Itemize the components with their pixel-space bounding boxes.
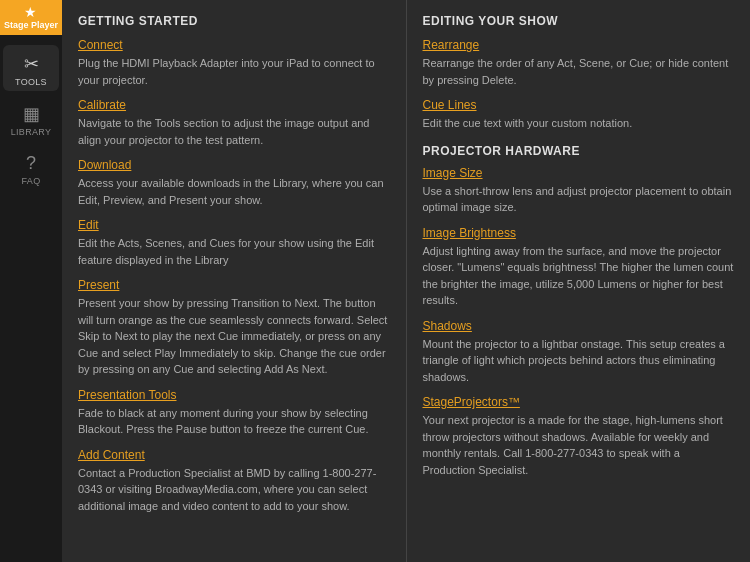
- sidebar: ★ Stage Player ✂ TOOLS ▦ LIBRARY ? FAQ: [0, 0, 62, 562]
- section-presentation-tools-heading[interactable]: Presentation Tools: [78, 388, 390, 402]
- section-rearrange-body: Rearrange the order of any Act, Scene, o…: [423, 55, 735, 88]
- projector-hardware-title: PROJECTOR HARDWARE: [423, 144, 735, 158]
- section-cue-lines-body: Edit the cue text with your custom notat…: [423, 115, 735, 132]
- sidebar-library-label: LIBRARY: [11, 127, 51, 137]
- section-presentation-tools-body: Fade to black at any moment during your …: [78, 405, 390, 438]
- sidebar-faq-label: FAQ: [22, 176, 41, 186]
- sidebar-item-tools[interactable]: ✂ TOOLS: [3, 45, 59, 91]
- section-add-content-heading[interactable]: Add Content: [78, 448, 390, 462]
- section-image-size-heading[interactable]: Image Size: [423, 166, 735, 180]
- main-content: GETTING STARTED Connect Plug the HDMI Pl…: [62, 0, 750, 562]
- sidebar-tools-label: TOOLS: [15, 77, 47, 87]
- section-stageprojectors-heading[interactable]: StageProjectors™: [423, 395, 735, 409]
- section-add-content-body: Contact a Production Specialist at BMD b…: [78, 465, 390, 515]
- section-calibrate-heading[interactable]: Calibrate: [78, 98, 390, 112]
- section-rearrange-heading[interactable]: Rearrange: [423, 38, 735, 52]
- app-name: Stage Player: [4, 20, 58, 31]
- section-cue-lines-heading[interactable]: Cue Lines: [423, 98, 735, 112]
- section-calibrate-body: Navigate to the Tools section to adjust …: [78, 115, 390, 148]
- sidebar-item-library[interactable]: ▦ LIBRARY: [3, 95, 59, 141]
- scissors-icon: ✂: [24, 53, 39, 75]
- section-edit-heading[interactable]: Edit: [78, 218, 390, 232]
- section-present-body: Present your show by pressing Transition…: [78, 295, 390, 378]
- left-panel: GETTING STARTED Connect Plug the HDMI Pl…: [62, 0, 407, 562]
- section-shadows-heading[interactable]: Shadows: [423, 319, 735, 333]
- faq-icon: ?: [26, 153, 36, 174]
- star-icon: ★: [24, 4, 37, 20]
- section-connect-body: Plug the HDMI Playback Adapter into your…: [78, 55, 390, 88]
- left-panel-title: GETTING STARTED: [78, 14, 390, 28]
- section-stageprojectors-body: Your next projector is a made for the st…: [423, 412, 735, 478]
- section-image-brightness-body: Adjust lighting away from the surface, a…: [423, 243, 735, 309]
- section-download-body: Access your available downloads in the L…: [78, 175, 390, 208]
- sidebar-item-faq[interactable]: ? FAQ: [3, 145, 59, 190]
- section-download-heading[interactable]: Download: [78, 158, 390, 172]
- section-image-size-body: Use a short-throw lens and adjust projec…: [423, 183, 735, 216]
- section-shadows-body: Mount the projector to a lightbar onstag…: [423, 336, 735, 386]
- logo-area[interactable]: ★ Stage Player: [0, 0, 62, 35]
- section-present-heading[interactable]: Present: [78, 278, 390, 292]
- library-icon: ▦: [23, 103, 40, 125]
- section-image-brightness-heading[interactable]: Image Brightness: [423, 226, 735, 240]
- section-edit-body: Edit the Acts, Scenes, and Cues for your…: [78, 235, 390, 268]
- right-panel-title: EDITING YOUR SHOW: [423, 14, 735, 28]
- right-panel: EDITING YOUR SHOW Rearrange Rearrange th…: [407, 0, 751, 562]
- section-connect-heading[interactable]: Connect: [78, 38, 390, 52]
- sidebar-navigation: ✂ TOOLS ▦ LIBRARY ? FAQ: [0, 45, 62, 190]
